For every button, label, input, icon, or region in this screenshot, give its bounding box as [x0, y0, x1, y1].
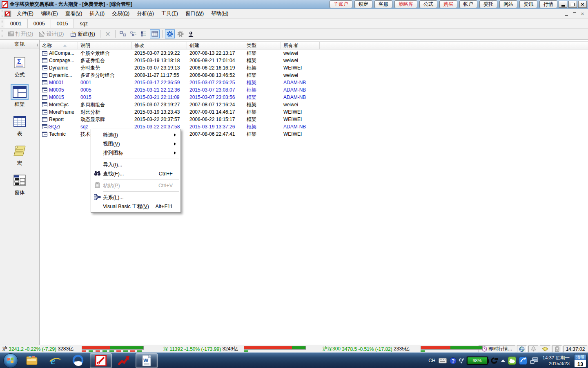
small-icons-view-button[interactable]	[129, 29, 138, 38]
context-menu-item-Visual Basic 工程[interactable]: Visual Basic 工程(V)Alt+F11	[91, 202, 180, 211]
table-row-Compage...[interactable]: Compage...多证券组合2015-03-19 13:18:182006-0…	[40, 57, 588, 64]
tray-expand-icon[interactable]	[501, 359, 505, 362]
context-menu-item-导入[interactable]: 导入(I)...	[91, 160, 180, 169]
menu-item[interactable]: 编辑(E)	[37, 9, 62, 18]
taskbar-item-word[interactable]: W	[136, 353, 158, 368]
menu-item[interactable]: 窗口(W)	[182, 9, 207, 18]
delete-button[interactable]: ✕	[103, 29, 113, 38]
mdi-restore-icon[interactable]	[573, 12, 576, 15]
table-row-MoreFrame[interactable]: MoreFrame对比分析2015-03-19 13:23:432007-09-…	[40, 108, 588, 116]
sidebar-item-公式[interactable]: Σ公式	[0, 55, 39, 79]
calendar-widget[interactable]: 清明 13	[574, 354, 586, 367]
taskbar-item-pyramid[interactable]	[90, 353, 112, 368]
globe-segment[interactable]	[517, 346, 527, 352]
device-segment[interactable]	[552, 346, 562, 352]
titlebar-button-购买[interactable]: 购买	[439, 0, 457, 8]
tab-0015[interactable]: 0015	[51, 19, 74, 28]
menu-item[interactable]: 分析(A)	[133, 9, 158, 18]
realtime-quote-segment[interactable]: 即时行情...	[479, 346, 515, 352]
menu-item[interactable]: 查看(V)	[62, 9, 86, 18]
table-row-M0015[interactable]: M001500152015-03-21 22:11:092015-03-07 2…	[40, 94, 588, 101]
language-indicator[interactable]: CH	[428, 358, 435, 364]
table-row-M0001[interactable]: M000100012015-03-17 22:36:592015-03-07 2…	[40, 79, 588, 86]
context-menu-item-关系[interactable]: 关系(L)...	[91, 193, 180, 202]
sidebar-item-窗体[interactable]: 窗体	[0, 173, 39, 196]
taskbar-item-ie[interactable]: e	[44, 353, 66, 368]
large-icons-view-button[interactable]	[118, 29, 128, 38]
user-button[interactable]	[186, 29, 196, 38]
titlebar-button-锁定[interactable]: 锁定	[354, 0, 372, 8]
context-menu-item-视图[interactable]: 视图(V)	[91, 139, 180, 148]
table-row-M0005[interactable]: M000500052015-03-21 22:12:362015-03-07 2…	[40, 86, 588, 94]
language-bar-options[interactable]	[459, 358, 464, 364]
minimize-button[interactable]	[559, 1, 567, 8]
keyboard-icon[interactable]	[439, 358, 447, 364]
titlebar-button-行情[interactable]: 行情	[539, 0, 557, 8]
thunder-app-icon[interactable]	[519, 357, 527, 365]
menu-item[interactable]: 交易(O)	[108, 9, 133, 18]
start-button[interactable]	[3, 353, 18, 368]
column-header-创建[interactable]: 创建	[187, 42, 244, 49]
power-plug-icon[interactable]	[491, 357, 498, 364]
new-button[interactable]: 新建(N)	[67, 29, 97, 39]
toolbar-drag-handle[interactable]	[1, 30, 3, 38]
close-button[interactable]: ×	[578, 1, 587, 8]
titlebar-button-网站[interactable]: 网站	[499, 0, 517, 8]
column-header-类型[interactable]: 类型	[244, 42, 281, 49]
tab-0005[interactable]: 0005	[28, 19, 51, 28]
menubar-drag-handle[interactable]	[1, 10, 3, 18]
open-button[interactable]: 打开(O)	[5, 29, 36, 39]
gem-segment[interactable]	[540, 346, 550, 352]
cloud-app-icon[interactable]	[508, 357, 516, 365]
titlebar-button-资讯[interactable]: 资讯	[519, 0, 537, 8]
alert-segment[interactable]	[528, 346, 538, 352]
titlebar-button-委托[interactable]: 委托	[479, 0, 497, 8]
table-row-Dynamic...[interactable]: Dynamic...多证券分时组合2008-11-27 11:17:552006…	[40, 72, 588, 79]
restore-button[interactable]	[568, 1, 577, 8]
help-icon[interactable]: ?	[450, 357, 457, 364]
list-view-button[interactable]	[139, 29, 149, 38]
context-menu-item-排列图标[interactable]: 排列图标	[91, 148, 180, 157]
titlebar-button-公式[interactable]: 公式	[419, 0, 437, 8]
sidebar-item-宏[interactable]: 宏	[0, 143, 39, 167]
menu-item[interactable]: 文件(F)	[13, 9, 37, 18]
network-icon[interactable]	[530, 357, 538, 364]
sidebar-item-框架[interactable]: 框架	[0, 84, 39, 108]
sidebar-header[interactable]: 常规	[0, 40, 39, 49]
design-button[interactable]: 设计(D)	[36, 29, 66, 39]
titlebar-button-策略库[interactable]: 策略库	[394, 0, 417, 8]
tab-0001[interactable]: 0001	[4, 19, 28, 28]
gear-gray-button[interactable]	[176, 29, 185, 38]
menu-item[interactable]: 插入(I)	[86, 9, 108, 18]
column-header-名称[interactable]: 名称	[40, 42, 78, 49]
sidebar-item-表[interactable]: 表	[0, 114, 39, 137]
menu-item[interactable]: 帮助(H)	[207, 9, 232, 18]
column-header-所有者[interactable]: 所有者	[281, 42, 320, 49]
tab-sqz[interactable]: sqz	[74, 19, 93, 28]
context-menu: 筛选(I)视图(V)排列图标导入(I)...查找(F)...Ctrl+F粘贴(P…	[91, 129, 181, 213]
battery-indicator[interactable]: 98%	[467, 357, 488, 365]
table-row-Dynamic[interactable]: Dynamic分时走势2015-03-07 23:19:132006-06-22…	[40, 64, 588, 72]
row-description: 对比分析	[78, 109, 132, 116]
column-header-说明[interactable]: 说明	[78, 42, 132, 49]
table-row-Report[interactable]: Report动态显示牌2015-03-22 20:37:572006-06-22…	[40, 116, 588, 123]
taskbar-item-explorer[interactable]	[21, 353, 43, 368]
context-menu-item-查找[interactable]: 查找(F)...Ctrl+F	[91, 169, 180, 178]
details-view-button[interactable]	[150, 29, 160, 38]
table-row-MoreCyc[interactable]: MoreCyc多周期组合2015-03-07 23:19:272007-08-0…	[40, 101, 588, 108]
gear-blue-button[interactable]	[165, 29, 175, 38]
mdi-minimize-icon[interactable]	[565, 15, 568, 16]
context-menu-item-筛选[interactable]: 筛选(I)	[91, 130, 180, 139]
taskbar-item-stock-app[interactable]	[113, 353, 135, 368]
taskbar-item-qq-browser[interactable]	[67, 353, 89, 368]
column-header-修改[interactable]: 修改	[132, 42, 187, 49]
menu-item[interactable]: 工具(T)	[158, 9, 182, 18]
mdi-close-icon[interactable]: ×	[581, 12, 584, 16]
titlebar-button-帐户[interactable]: 帐户	[459, 0, 477, 8]
row-created: 2007-08-06 22:47:41	[187, 131, 244, 137]
tabbar-drag-handle[interactable]	[1, 20, 3, 27]
taskbar-clock[interactable]: 14:37 星期一 2015/3/23	[543, 355, 570, 366]
titlebar-button-客服[interactable]: 客服	[374, 0, 392, 8]
table-row-AllCompa...[interactable]: AllCompa...个股全景组合2015-03-07 23:19:222007…	[40, 49, 588, 57]
titlebar-button-子账户[interactable]: 子账户	[330, 0, 352, 8]
